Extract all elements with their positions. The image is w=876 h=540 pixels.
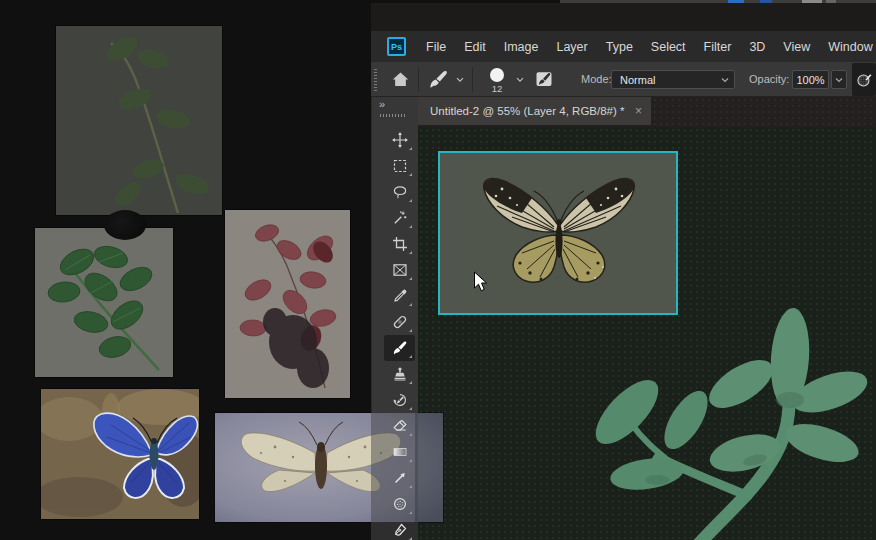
options-bar: 12 Mode: Normal Opacity: 100%: [371, 62, 876, 97]
tool-frame[interactable]: [384, 257, 415, 283]
tool-magic-wand[interactable]: [384, 205, 415, 231]
menu-file[interactable]: File: [417, 40, 455, 54]
mode-chevron-icon: [721, 76, 729, 84]
tools-panel: »: [371, 97, 418, 540]
opacity-value: 100%: [796, 74, 824, 86]
photoshop-logo: Ps: [387, 37, 406, 56]
tool-spot-healing-brush[interactable]: [384, 309, 415, 335]
tool-pen[interactable]: [384, 517, 415, 540]
opacity-select[interactable]: 100%: [792, 70, 829, 89]
separator: [472, 67, 473, 92]
painted-plant-illustration: [585, 300, 876, 540]
chevron-down-icon: [835, 76, 843, 84]
tool-smudge[interactable]: [384, 465, 415, 491]
tool-eyedropper[interactable]: [384, 283, 415, 309]
home-icon[interactable]: [391, 70, 410, 89]
document-tab-title: Untitled-2 @ 55% (Layer 4, RGB/8#) *: [418, 105, 624, 117]
menu-layer[interactable]: Layer: [547, 40, 596, 54]
brush-size-chevron-icon[interactable]: [516, 76, 524, 84]
opacity-chevron-button[interactable]: [831, 70, 847, 89]
panel-collapse-icon[interactable]: »: [379, 98, 384, 110]
plant-stem-photo[interactable]: [56, 26, 222, 215]
menu-window[interactable]: Window: [819, 40, 876, 54]
mode-value: Normal: [620, 74, 655, 86]
tool-brush[interactable]: [384, 335, 415, 361]
tool-lasso[interactable]: [384, 179, 415, 205]
menu-image[interactable]: Image: [495, 40, 548, 54]
brush-tool-icon[interactable]: [428, 69, 449, 90]
tool-move[interactable]: [384, 127, 415, 153]
airbrush-pressure-icon: [856, 71, 873, 88]
options-grip[interactable]: [374, 69, 377, 91]
menu-3d[interactable]: 3D: [740, 40, 774, 54]
menu-select[interactable]: Select: [642, 40, 695, 54]
tool-eraser[interactable]: [384, 413, 415, 439]
document-tab-bar: Untitled-2 @ 55% (Layer 4, RGB/8#) * ×: [418, 97, 876, 127]
tool-dodge[interactable]: [384, 491, 415, 517]
opacity-label: Opacity:: [749, 62, 789, 97]
airbrush-pressure-button[interactable]: [852, 63, 876, 96]
menu-view[interactable]: View: [774, 40, 819, 54]
toggle-brush-settings-icon[interactable]: [534, 69, 554, 89]
red-leaves-photo[interactable]: [225, 210, 350, 398]
blue-butterfly-photo[interactable]: [41, 389, 199, 519]
screen: Ps File Edit Image Layer Type Select Fil…: [0, 0, 876, 540]
mode-select[interactable]: Normal: [611, 70, 735, 89]
menu-type[interactable]: Type: [597, 40, 642, 54]
tool-rectangular-marquee[interactable]: [384, 153, 415, 179]
tool-crop[interactable]: [384, 231, 415, 257]
tool-clone-stamp[interactable]: [384, 361, 415, 387]
tool-history-brush[interactable]: [384, 387, 415, 413]
menu-bar: Ps File Edit Image Layer Type Select Fil…: [371, 31, 876, 62]
panel-grip[interactable]: [380, 114, 407, 117]
mode-label: Mode:: [581, 62, 612, 97]
tab-close-icon[interactable]: ×: [635, 104, 642, 118]
title-bar: [371, 3, 876, 31]
brush-preset-chevron-icon[interactable]: [456, 76, 464, 84]
green-leaves-photo[interactable]: [35, 228, 173, 377]
separator: [418, 67, 419, 92]
dark-round-object: [104, 210, 146, 240]
menu-edit[interactable]: Edit: [455, 40, 495, 54]
mouse-cursor: [473, 271, 488, 293]
canvas-area[interactable]: [418, 127, 876, 540]
tool-gradient[interactable]: [384, 439, 415, 465]
brush-size-preview[interactable]: [490, 68, 504, 82]
menu-filter[interactable]: Filter: [695, 40, 741, 54]
brush-size-value: 12: [484, 83, 510, 94]
document-tab[interactable]: Untitled-2 @ 55% (Layer 4, RGB/8#) * ×: [418, 97, 651, 125]
